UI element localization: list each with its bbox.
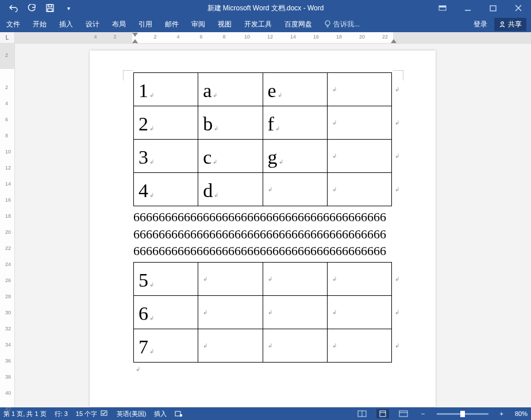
table-cell[interactable]: 1↲ — [134, 73, 198, 106]
svg-rect-18 — [380, 411, 386, 417]
tab-view[interactable]: 视图 — [211, 16, 238, 32]
table-row[interactable]: 7↲↲↲↲↲ — [134, 329, 392, 363]
svg-rect-2 — [48, 9, 52, 11]
zoom-level[interactable]: 80% — [515, 410, 528, 417]
tab-review[interactable]: 审阅 — [185, 16, 211, 32]
tab-insert[interactable]: 插入 — [53, 16, 79, 32]
title-bar: ▾ 新建 Microsoft Word 文档.docx - Word — [0, 0, 531, 16]
ruler-row: L 4 2 2 4 6 8 10 12 14 16 18 20 22 — [0, 32, 531, 44]
view-read-mode[interactable] — [356, 409, 368, 418]
table-cell[interactable]: ↲↲ — [327, 329, 391, 363]
bulb-icon — [324, 20, 331, 28]
status-language[interactable]: 英语(美国) — [117, 410, 146, 418]
table-row[interactable]: 2↲b↲f↲↲↲ — [134, 106, 392, 140]
table-cell[interactable]: ↲↲ — [327, 73, 391, 106]
customize-qat-icon[interactable]: ▾ — [63, 3, 74, 13]
proofing-icon — [101, 410, 109, 417]
table-cell[interactable]: 2↲ — [134, 106, 198, 140]
table-cell[interactable]: ↲ — [263, 173, 327, 206]
table-row[interactable]: 4↲d↲↲↲↲ — [134, 173, 392, 206]
table-cell[interactable]: f↲ — [263, 106, 327, 140]
tab-baidu[interactable]: 百度网盘 — [278, 16, 318, 32]
status-insert-mode[interactable]: 插入 — [154, 410, 167, 418]
table-cell[interactable]: ↲↲ — [327, 140, 391, 173]
table-cell[interactable]: ↲ — [263, 329, 327, 363]
svg-rect-4 — [439, 6, 446, 7]
margin-corner-tl — [123, 70, 133, 80]
document-paragraph[interactable]: 6666666666666666666666666666666666666666… — [133, 206, 392, 262]
document-table-1[interactable]: 1↲a↲e↲↲↲2↲b↲f↲↲↲3↲c↲g↲↲↲4↲d↲↲↲↲ — [133, 72, 392, 206]
zoom-out-button[interactable]: − — [418, 410, 428, 417]
horizontal-ruler[interactable]: 4 2 2 4 6 8 10 12 14 16 18 20 22 — [15, 32, 531, 43]
table-cell[interactable]: ↲ — [198, 263, 263, 296]
table-cell[interactable]: g↲ — [263, 140, 327, 173]
table-cell[interactable]: ↲ — [263, 263, 327, 296]
tab-file[interactable]: 文件 — [0, 16, 26, 32]
right-indent-marker[interactable] — [391, 39, 397, 43]
table-row[interactable]: 1↲a↲e↲↲↲ — [134, 73, 392, 106]
zoom-in-button[interactable]: + — [497, 410, 507, 417]
table-cell[interactable]: ↲ — [198, 296, 263, 329]
table-cell[interactable]: 4↲ — [134, 173, 198, 206]
tab-home[interactable]: 开始 — [26, 16, 53, 32]
table-cell[interactable]: 3↲ — [134, 140, 198, 173]
share-icon — [499, 21, 506, 28]
tab-layout[interactable]: 布局 — [106, 16, 132, 32]
quick-access-toolbar: ▾ — [0, 0, 74, 16]
document-table-2[interactable]: 5↲↲↲↲↲6↲↲↲↲↲7↲↲↲↲↲ — [133, 262, 392, 363]
login-button[interactable]: 登录 — [474, 20, 487, 29]
close-button[interactable] — [506, 0, 531, 16]
ribbon-tabs: 文件 开始 插入 设计 布局 引用 邮件 审阅 视图 开发工具 百度网盘 告诉我… — [0, 16, 531, 32]
table-row[interactable]: 3↲c↲g↲↲↲ — [134, 140, 392, 173]
tab-references[interactable]: 引用 — [132, 16, 159, 32]
table-cell[interactable]: 6↲ — [134, 296, 198, 329]
zoom-slider[interactable] — [437, 413, 488, 415]
table-cell[interactable]: ↲↲ — [327, 263, 391, 296]
tab-mailings[interactable]: 邮件 — [159, 16, 185, 32]
first-line-indent-marker[interactable] — [132, 33, 138, 37]
share-button[interactable]: 共享 — [494, 18, 526, 31]
margin-corner-tr — [393, 70, 403, 80]
svg-rect-20 — [399, 411, 407, 417]
table-row[interactable]: 6↲↲↲↲↲ — [134, 296, 392, 329]
svg-rect-14 — [175, 411, 180, 416]
maximize-button[interactable] — [480, 0, 506, 16]
minimize-button[interactable] — [455, 0, 480, 16]
save-icon[interactable] — [45, 3, 55, 13]
table-cell[interactable]: b↲ — [198, 106, 263, 140]
macro-recording-icon[interactable] — [175, 410, 183, 417]
table-cell[interactable]: d↲ — [198, 173, 263, 206]
work-area: 2 2 4 6 8 10 12 14 16 18 20 22 24 26 28 … — [0, 44, 531, 407]
svg-point-15 — [180, 414, 182, 417]
status-line[interactable]: 行: 3 — [55, 410, 68, 418]
table-cell[interactable]: ↲↲ — [327, 296, 391, 329]
document-canvas[interactable]: 1↲a↲e↲↲↲2↲b↲f↲↲↲3↲c↲g↲↲↲4↲d↲↲↲↲ 66666666… — [15, 44, 531, 407]
table-cell[interactable]: ↲↲ — [327, 173, 391, 206]
tab-developer[interactable]: 开发工具 — [238, 16, 278, 32]
svg-point-12 — [501, 22, 503, 24]
undo-icon[interactable] — [8, 3, 18, 13]
document-page[interactable]: 1↲a↲e↲↲↲2↲b↲f↲↲↲3↲c↲g↲↲↲4↲d↲↲↲↲ 66666666… — [90, 51, 436, 407]
table-cell[interactable]: c↲ — [198, 140, 263, 173]
table-cell[interactable]: ↲ — [198, 329, 263, 363]
table-cell[interactable]: e↲ — [263, 73, 327, 106]
view-web-layout[interactable] — [397, 409, 410, 418]
svg-rect-6 — [490, 6, 496, 11]
status-word-count[interactable]: 15 个字 — [76, 410, 109, 418]
tell-me-search[interactable]: 告诉我... — [318, 20, 360, 29]
svg-rect-1 — [48, 5, 52, 7]
table-cell[interactable]: ↲↲ — [327, 106, 391, 140]
tab-design[interactable]: 设计 — [79, 16, 106, 32]
ribbon-display-icon[interactable] — [430, 0, 455, 16]
table-cell[interactable]: 5↲ — [134, 263, 198, 296]
tell-me-label: 告诉我... — [333, 20, 360, 29]
ruler-corner[interactable]: L — [0, 32, 15, 43]
svg-rect-13 — [101, 411, 107, 415]
table-cell[interactable]: ↲ — [263, 296, 327, 329]
redo-icon[interactable] — [26, 3, 37, 13]
table-row[interactable]: 5↲↲↲↲↲ — [134, 263, 392, 296]
view-print-layout[interactable] — [376, 409, 389, 418]
table-cell[interactable]: a↲ — [198, 73, 263, 106]
vertical-ruler[interactable]: 2 2 4 6 8 10 12 14 16 18 20 22 24 26 28 … — [0, 44, 15, 407]
table-cell[interactable]: 7↲ — [134, 329, 198, 363]
